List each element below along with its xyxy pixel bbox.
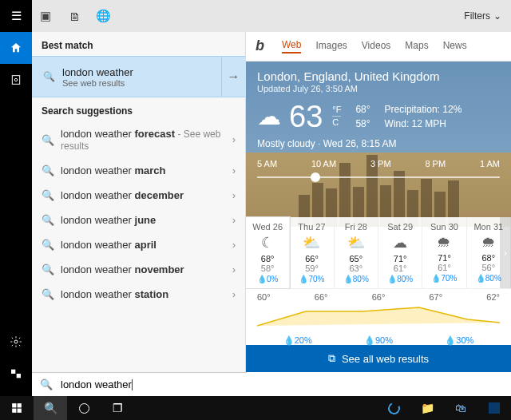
best-match-title: london weather bbox=[62, 66, 221, 78]
cortana-panel: ▣ 🗎 🌐 Filters ⌄ Best match 🔍 london weat… bbox=[32, 0, 511, 372]
edge-icon[interactable] bbox=[377, 396, 410, 420]
home-icon[interactable] bbox=[0, 32, 32, 64]
suggestion-label: london weather november bbox=[61, 263, 224, 275]
see-all-web-results-button[interactable]: ⧉ See all web results bbox=[246, 345, 511, 372]
best-match-open-icon[interactable]: → bbox=[221, 56, 245, 97]
condition-text: Mostly cloudy · Wed 26, 8:15 AM bbox=[257, 138, 500, 149]
filters-button[interactable]: Filters ⌄ bbox=[464, 10, 505, 22]
weather-icon: ☁ bbox=[380, 234, 420, 252]
forecast-day[interactable]: Thu 27 ⛅ 66° 59° 💧70% bbox=[290, 217, 334, 288]
svg-rect-5 bbox=[12, 403, 16, 407]
svg-rect-4 bbox=[17, 374, 21, 378]
low-temp: 58° bbox=[355, 117, 370, 131]
chevron-right-icon: › bbox=[232, 215, 236, 226]
wind-value: 12 MPH bbox=[412, 118, 446, 129]
notebook-icon[interactable] bbox=[0, 64, 32, 96]
app-icon[interactable] bbox=[477, 396, 511, 420]
svg-point-2 bbox=[14, 340, 18, 343]
task-view-icon[interactable]: ❐ bbox=[101, 396, 134, 420]
forecast-row: Wed 26 ☾ 68° 58° 💧0%Thu 27 ⛅ 66° 59° 💧70… bbox=[246, 217, 511, 289]
suggestion-item[interactable]: 🔍 london weather forecast - See web resu… bbox=[32, 121, 245, 158]
suggestion-label: london weather station bbox=[61, 288, 224, 300]
file-explorer-icon[interactable]: 📁 bbox=[410, 396, 444, 420]
cortana-search-bar[interactable]: 🔍 london weather bbox=[32, 372, 247, 396]
temp-trend-chart: 60° 66° 66° 67° 62° 💧20% 💧90% 💧30% bbox=[246, 289, 511, 345]
best-match-subtitle: See web results bbox=[62, 78, 221, 88]
svg-rect-7 bbox=[12, 409, 16, 413]
suggestion-label: london weather june bbox=[61, 214, 224, 226]
results-toolbar: ▣ 🗎 🌐 Filters ⌄ bbox=[32, 0, 511, 32]
bing-tabs: b Web Images Videos Maps News bbox=[246, 32, 511, 61]
settings-icon[interactable] bbox=[0, 326, 32, 358]
search-icon: 🔍 bbox=[42, 214, 53, 226]
timeline-knob[interactable] bbox=[311, 172, 320, 182]
taskbar-search-icon[interactable]: 🔍 bbox=[34, 396, 67, 420]
suggestion-item[interactable]: 🔍 london weather station › bbox=[32, 282, 245, 307]
cortana-rail: ☰ bbox=[0, 0, 32, 396]
bing-tab-images[interactable]: Images bbox=[315, 40, 347, 53]
chevron-right-icon: › bbox=[232, 240, 236, 251]
web-scope-icon[interactable]: 🌐 bbox=[96, 9, 110, 23]
weather-card: London, England, United Kingdom Updated … bbox=[246, 61, 511, 227]
precip-value: 12% bbox=[442, 104, 461, 115]
menu-icon[interactable]: ☰ bbox=[0, 0, 32, 32]
suggestion-item[interactable]: 🔍 london weather november › bbox=[32, 257, 245, 282]
chevron-right-icon: › bbox=[232, 190, 236, 201]
search-icon: 🔍 bbox=[42, 288, 53, 300]
chevron-right-icon: › bbox=[232, 264, 236, 275]
forecast-day[interactable]: Sun 30 🌧 71° 61° 💧70% bbox=[422, 217, 466, 288]
filters-label: Filters bbox=[464, 10, 490, 22]
taskbar: 🔍 ❐ 📁 🛍 bbox=[0, 396, 511, 420]
store-icon[interactable]: 🛍 bbox=[444, 396, 477, 420]
web-preview-column: b Web Images Videos Maps News London, En… bbox=[246, 32, 511, 372]
search-icon: 🔍 bbox=[42, 164, 53, 176]
svg-rect-3 bbox=[11, 370, 15, 374]
search-icon: 🔍 bbox=[42, 134, 53, 146]
best-match-item[interactable]: 🔍 london weather See web results → bbox=[32, 56, 245, 97]
bing-tab-maps[interactable]: Maps bbox=[405, 40, 428, 53]
bing-tab-videos[interactable]: Videos bbox=[362, 40, 390, 53]
apps-scope-icon[interactable]: ▣ bbox=[38, 9, 53, 23]
feedback-icon[interactable] bbox=[0, 358, 32, 390]
chevron-right-icon: › bbox=[232, 165, 236, 176]
search-input[interactable]: london weather bbox=[61, 378, 133, 391]
suggestion-item[interactable]: 🔍 london weather december › bbox=[32, 183, 245, 208]
forecast-next-icon[interactable]: › bbox=[500, 217, 511, 288]
suggestion-label: london weather march bbox=[61, 164, 224, 176]
bing-tab-news[interactable]: News bbox=[443, 40, 467, 53]
svg-rect-0 bbox=[12, 76, 19, 85]
start-button[interactable] bbox=[0, 396, 34, 420]
forecast-day[interactable]: Sat 29 ☁ 71° 61° 💧80% bbox=[378, 217, 422, 288]
suggestion-item[interactable]: 🔍 london weather march › bbox=[32, 158, 245, 183]
chevron-down-icon: ⌄ bbox=[493, 10, 501, 22]
svg-point-1 bbox=[14, 78, 17, 81]
hourly-timeline[interactable]: 5 AM10 AM3 PM8 PM1 AM bbox=[257, 159, 500, 186]
documents-scope-icon[interactable]: 🗎 bbox=[67, 10, 81, 23]
search-icon: 🔍 bbox=[42, 239, 53, 251]
current-temp: 63 bbox=[289, 101, 323, 132]
cortana-icon[interactable] bbox=[67, 396, 101, 420]
suggestion-item[interactable]: 🔍 london weather april › bbox=[32, 232, 245, 257]
bing-logo-icon: b bbox=[256, 38, 264, 54]
weather-icon: ⛅ bbox=[291, 234, 331, 252]
search-results-column: Best match 🔍 london weather See web resu… bbox=[32, 32, 246, 372]
search-icon: 🔍 bbox=[40, 71, 57, 82]
suggestion-label: london weather december bbox=[61, 189, 224, 201]
high-temp: 68° bbox=[355, 102, 370, 117]
suggestion-label: london weather april bbox=[61, 239, 224, 251]
cloud-icon: ☁ bbox=[257, 102, 281, 130]
bing-tab-web[interactable]: Web bbox=[282, 39, 301, 53]
chevron-right-icon: › bbox=[232, 134, 236, 145]
forecast-day[interactable]: Fri 28 ⛅ 65° 63° 💧80% bbox=[335, 217, 378, 288]
open-icon: ⧉ bbox=[328, 352, 335, 365]
svg-rect-8 bbox=[18, 409, 22, 413]
suggestions-heading: Search suggestions bbox=[32, 97, 245, 121]
weather-location: London, England, United Kingdom bbox=[257, 69, 500, 83]
suggestion-item[interactable]: 🔍 london weather june › bbox=[32, 208, 245, 232]
weather-icon: 🌧 bbox=[424, 234, 464, 251]
forecast-day[interactable]: Wed 26 ☾ 68° 58° 💧0% bbox=[246, 217, 290, 288]
weather-icon: ⛅ bbox=[336, 234, 376, 252]
best-match-heading: Best match bbox=[32, 32, 245, 56]
unit-toggle[interactable]: °F C bbox=[332, 105, 341, 128]
weather-updated: Updated July 26, 3:50 AM bbox=[257, 84, 500, 93]
